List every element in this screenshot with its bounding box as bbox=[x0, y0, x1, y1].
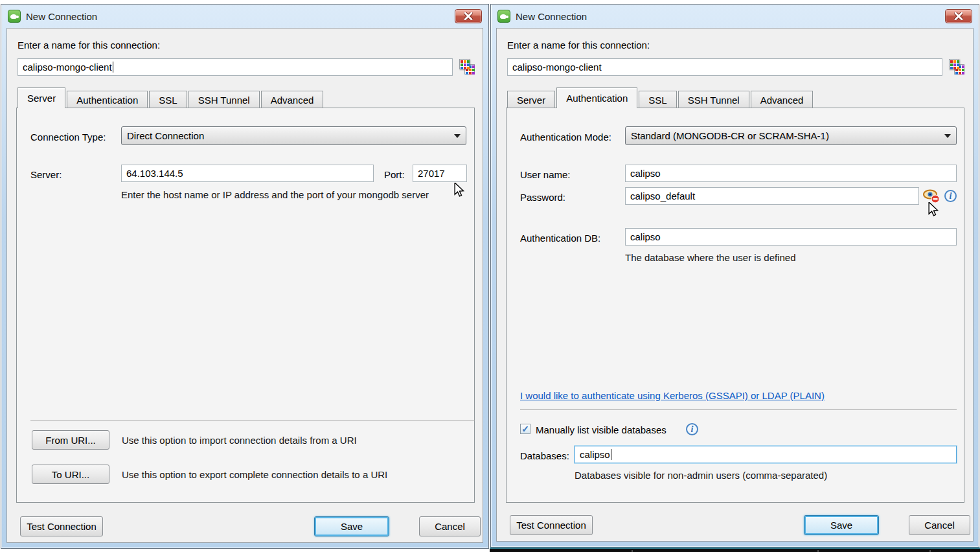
auth-db-value: calipso bbox=[630, 231, 661, 242]
to-uri-help-text: Use this option to export complete conne… bbox=[122, 469, 387, 480]
save-button[interactable]: Save bbox=[804, 515, 879, 535]
text-caret bbox=[611, 449, 611, 460]
tab-ssh-tunnel[interactable]: SSH Tunnel bbox=[678, 91, 749, 108]
user-name-input[interactable]: calipso bbox=[625, 165, 957, 182]
from-uri-button[interactable]: From URI... bbox=[32, 430, 109, 450]
visible-databases-info-icon[interactable]: i bbox=[686, 423, 698, 435]
text-caret bbox=[113, 62, 113, 73]
palette-front-square bbox=[459, 59, 470, 69]
color-palette-icon[interactable] bbox=[949, 59, 966, 76]
connection-type-value: Direct Connection bbox=[127, 130, 204, 141]
divider bbox=[30, 420, 475, 420]
databases-input[interactable]: calipso bbox=[575, 446, 957, 463]
close-icon[interactable] bbox=[455, 9, 482, 23]
password-info-icon[interactable]: i bbox=[944, 190, 957, 202]
port-input[interactable]: 27017 bbox=[413, 165, 467, 182]
port-value: 27017 bbox=[418, 168, 445, 179]
title-bar[interactable]: New Connection bbox=[1, 5, 488, 28]
server-address-value: 64.103.144.5 bbox=[126, 168, 183, 179]
close-icon[interactable] bbox=[945, 9, 972, 23]
app-icon bbox=[8, 10, 21, 23]
user-name-label: User name: bbox=[520, 169, 571, 180]
palette-front-square bbox=[949, 59, 959, 69]
auth-mode-value: Standard (MONGODB-CR or SCRAM-SHA-1) bbox=[631, 130, 829, 141]
password-input[interactable]: calipso_default bbox=[625, 187, 919, 205]
server-help-text: Enter the host name or IP address and th… bbox=[121, 189, 429, 200]
kerberos-ldap-link[interactable]: I would like to authenticate using Kerbe… bbox=[520, 390, 825, 401]
auth-db-label: Authentication DB: bbox=[520, 233, 600, 244]
databases-value: calipso bbox=[580, 449, 610, 460]
auth-db-input[interactable]: calipso bbox=[625, 228, 957, 246]
chevron-down-icon bbox=[944, 134, 951, 138]
port-label: Port: bbox=[384, 169, 405, 180]
save-button[interactable]: Save bbox=[314, 516, 389, 536]
cancel-button[interactable]: Cancel bbox=[909, 515, 970, 535]
server-label: Server: bbox=[30, 169, 62, 180]
tab-authentication[interactable]: Authentication bbox=[556, 87, 637, 108]
new-connection-window-server: New Connection Enter a name for this con… bbox=[1, 4, 489, 549]
connection-name-input[interactable]: calipso-mongo-client bbox=[17, 58, 453, 76]
user-name-value: calipso bbox=[630, 168, 661, 179]
window-title: New Connection bbox=[516, 11, 587, 22]
cancel-button[interactable]: Cancel bbox=[419, 516, 481, 536]
connection-name-value: calipso-mongo-client bbox=[23, 62, 112, 73]
auth-mode-label: Authentication Mode: bbox=[520, 132, 611, 143]
server-address-input[interactable]: 64.103.144.5 bbox=[121, 165, 374, 182]
tab-advanced[interactable]: Advanced bbox=[261, 91, 324, 108]
tab-ssh-tunnel[interactable]: SSH Tunnel bbox=[188, 91, 260, 108]
app-icon bbox=[497, 10, 510, 23]
connection-type-label: Connection Type: bbox=[30, 132, 106, 143]
to-uri-button[interactable]: To URI... bbox=[32, 465, 109, 484]
tab-server[interactable]: Server bbox=[507, 91, 555, 108]
connection-type-select[interactable]: Direct Connection bbox=[121, 126, 466, 145]
dialog-body: Enter a name for this connection: calips… bbox=[6, 28, 483, 543]
tab-bar: Server Authentication SSL SSH Tunnel Adv… bbox=[507, 87, 814, 108]
divider bbox=[520, 409, 957, 410]
test-connection-button[interactable]: Test Connection bbox=[20, 516, 103, 536]
name-field-label: Enter a name for this connection: bbox=[17, 40, 160, 51]
background-window-edge bbox=[490, 547, 980, 552]
databases-label: Databases: bbox=[520, 450, 569, 461]
password-value: calipso_default bbox=[630, 190, 695, 201]
databases-help-text: Databases visible for non-admin users (c… bbox=[575, 470, 827, 481]
connection-name-value: calipso-mongo-client bbox=[512, 62, 602, 73]
window-title: New Connection bbox=[26, 11, 97, 22]
connection-name-input[interactable]: calipso-mongo-client bbox=[507, 58, 942, 76]
from-uri-help-text: Use this option to import connection det… bbox=[122, 435, 357, 446]
auth-mode-select[interactable]: Standard (MONGODB-CR or SCRAM-SHA-1) bbox=[625, 126, 957, 145]
auth-db-help-text: The database where the user is defined bbox=[625, 252, 796, 263]
name-field-label: Enter a name for this connection: bbox=[507, 40, 650, 51]
hide-password-eye-icon[interactable] bbox=[922, 188, 940, 203]
tab-advanced[interactable]: Advanced bbox=[751, 91, 814, 108]
tab-ssl[interactable]: SSL bbox=[639, 91, 676, 108]
chevron-down-icon bbox=[454, 134, 461, 138]
manually-list-databases-checkbox[interactable]: ✓ bbox=[520, 424, 530, 434]
tab-authentication[interactable]: Authentication bbox=[67, 91, 148, 108]
password-label: Password: bbox=[520, 192, 565, 203]
tab-server[interactable]: Server bbox=[17, 87, 65, 108]
title-bar[interactable]: New Connection bbox=[491, 5, 979, 28]
tab-bar: Server Authentication SSL SSH Tunnel Adv… bbox=[17, 87, 325, 108]
new-connection-window-authentication: New Connection Enter a name for this con… bbox=[490, 4, 979, 547]
test-connection-button[interactable]: Test Connection bbox=[510, 515, 593, 535]
dialog-body: Enter a name for this connection: calips… bbox=[496, 28, 974, 542]
manually-list-databases-label: Manually list visible databases bbox=[536, 424, 667, 435]
tab-ssl[interactable]: SSL bbox=[149, 91, 187, 108]
color-palette-icon[interactable] bbox=[459, 59, 476, 76]
